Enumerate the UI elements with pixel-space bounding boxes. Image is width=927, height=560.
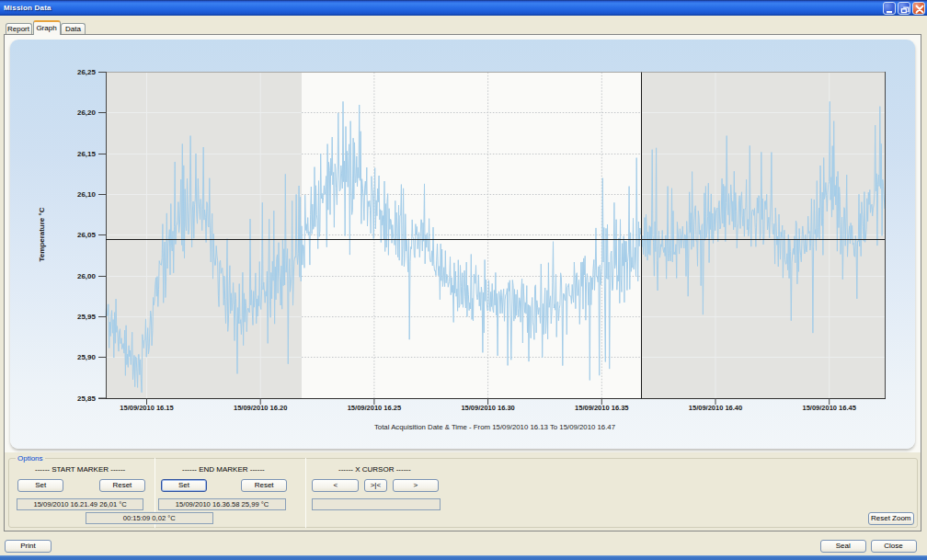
- svg-text:Temperature °C: Temperature °C: [38, 207, 46, 261]
- svg-text:15/09/2010 16.40: 15/09/2010 16.40: [689, 404, 742, 412]
- svg-text:Total Acquisition Date & Time: Total Acquisition Date & Time - From 15/…: [374, 423, 615, 431]
- svg-text:26,15: 26,15: [77, 150, 97, 158]
- svg-text:15/09/2010 16.35: 15/09/2010 16.35: [575, 404, 628, 412]
- svg-text:26,05: 26,05: [77, 231, 97, 239]
- svg-text:15/09/2010 16.25: 15/09/2010 16.25: [348, 404, 401, 412]
- svg-text:26,20: 26,20: [77, 109, 97, 117]
- svg-text:15/09/2010 16.15: 15/09/2010 16.15: [120, 404, 173, 412]
- svg-text:25,90: 25,90: [77, 353, 97, 361]
- svg-text:15/09/2010 16.45: 15/09/2010 16.45: [803, 404, 856, 412]
- svg-text:26,00: 26,00: [77, 272, 97, 280]
- svg-text:15/09/2010 16.20: 15/09/2010 16.20: [234, 404, 287, 412]
- svg-text:15/09/2010 16.30: 15/09/2010 16.30: [461, 404, 514, 412]
- svg-text:26,25: 26,25: [77, 68, 97, 76]
- svg-text:25,95: 25,95: [77, 313, 97, 321]
- svg-text:26,10: 26,10: [77, 190, 97, 199]
- svg-text:25,85: 25,85: [77, 394, 97, 403]
